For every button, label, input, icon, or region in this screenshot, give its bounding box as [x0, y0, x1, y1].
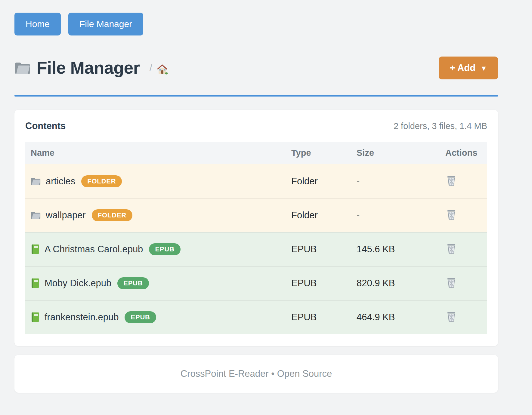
file-name-link[interactable]: wallpaper: [46, 210, 86, 221]
nav-file-manager-button[interactable]: File Manager: [68, 13, 143, 35]
page-header: File Manager / + Add ▼: [14, 57, 498, 79]
column-header-actions: Actions: [444, 148, 487, 158]
type-cell: Folder: [290, 210, 355, 221]
name-cell: A Christmas Carol.epub EPUB: [25, 243, 290, 255]
table-header-row: Name Type Size Actions: [25, 142, 487, 164]
name-cell: articles FOLDER: [25, 175, 290, 187]
trash-icon: [447, 209, 456, 221]
column-header-name: Name: [25, 148, 290, 158]
table-body: articles FOLDER Folder - wallpaper FOLDE…: [25, 164, 487, 334]
caret-down-icon: ▼: [480, 64, 487, 72]
trash-icon: [447, 175, 456, 187]
contents-card-header: Contents 2 folders, 3 files, 1.4 MB: [25, 121, 487, 131]
table-row: A Christmas Carol.epub EPUB EPUB 145.6 K…: [25, 232, 487, 266]
size-cell: -: [355, 210, 444, 221]
type-badge: EPUB: [117, 277, 149, 289]
trash-icon: [447, 277, 456, 289]
type-badge: FOLDER: [92, 209, 132, 221]
trash-icon: [447, 243, 456, 255]
size-cell: 145.6 KB: [355, 244, 444, 255]
size-cell: 820.9 KB: [355, 278, 444, 289]
delete-button[interactable]: [445, 208, 458, 222]
actions-cell: [444, 242, 487, 257]
name-cell: wallpaper FOLDER: [25, 209, 290, 221]
table-row: wallpaper FOLDER Folder -: [25, 198, 487, 232]
type-badge: EPUB: [125, 311, 156, 323]
type-badge: EPUB: [149, 243, 180, 255]
size-cell: 464.9 KB: [355, 312, 444, 323]
header-divider: [14, 95, 498, 97]
type-cell: EPUB: [290, 244, 355, 255]
size-cell: -: [355, 176, 444, 187]
file-name-link[interactable]: frankenstein.epub: [45, 312, 119, 323]
home-icon[interactable]: [156, 64, 168, 75]
add-button-label: + Add: [450, 63, 475, 73]
book-icon: [31, 244, 40, 254]
book-icon: [31, 278, 40, 288]
folder-icon: [14, 61, 31, 75]
column-header-size: Size: [355, 148, 444, 158]
page: Home File Manager File Manager /: [0, 0, 498, 393]
contents-title: Contents: [25, 121, 66, 131]
type-cell: Folder: [290, 176, 355, 187]
footer-text: CrossPoint E-Reader • Open Source: [181, 368, 332, 379]
actions-cell: [444, 174, 487, 189]
table-row: frankenstein.epub EPUB EPUB 464.9 KB: [25, 300, 487, 334]
breadcrumb-separator: /: [149, 62, 152, 74]
book-icon: [31, 312, 40, 322]
delete-button[interactable]: [445, 276, 458, 290]
delete-button[interactable]: [445, 242, 458, 256]
table-row: articles FOLDER Folder -: [25, 164, 487, 198]
title-wrap: File Manager /: [14, 58, 168, 78]
column-header-type: Type: [290, 148, 355, 158]
page-title: File Manager: [37, 58, 140, 78]
name-cell: Moby Dick.epub EPUB: [25, 277, 290, 289]
nav-home-button[interactable]: Home: [14, 13, 61, 35]
file-table: Name Type Size Actions articles FOLDER F…: [25, 142, 487, 334]
contents-summary: 2 folders, 3 files, 1.4 MB: [394, 121, 487, 131]
type-cell: EPUB: [290, 278, 355, 289]
table-row: Moby Dick.epub EPUB EPUB 820.9 KB: [25, 266, 487, 300]
delete-button[interactable]: [445, 310, 458, 324]
top-nav: Home File Manager: [14, 13, 498, 35]
add-button[interactable]: + Add ▼: [439, 57, 498, 79]
delete-button[interactable]: [445, 174, 458, 188]
file-name-link[interactable]: Moby Dick.epub: [45, 278, 111, 289]
footer: CrossPoint E-Reader • Open Source: [14, 355, 498, 393]
type-badge: FOLDER: [81, 175, 122, 187]
folder-icon: [31, 211, 41, 220]
name-cell: frankenstein.epub EPUB: [25, 311, 290, 323]
actions-cell: [444, 310, 487, 324]
actions-cell: [444, 208, 487, 223]
contents-card: Contents 2 folders, 3 files, 1.4 MB Name…: [14, 110, 498, 346]
file-name-link[interactable]: articles: [46, 176, 75, 187]
type-cell: EPUB: [290, 312, 355, 323]
file-name-link[interactable]: A Christmas Carol.epub: [45, 244, 143, 255]
folder-icon: [31, 177, 41, 186]
actions-cell: [444, 276, 487, 290]
trash-icon: [447, 311, 456, 323]
